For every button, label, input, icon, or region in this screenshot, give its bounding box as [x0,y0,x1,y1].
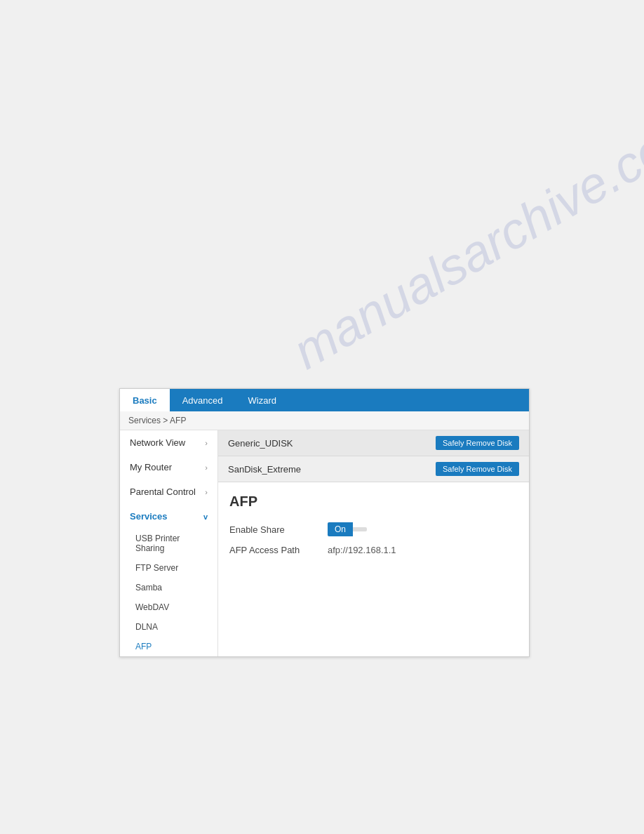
chevron-right-icon-router: › [205,463,208,472]
sidebar-item-services[interactable]: Services v [120,504,217,529]
breadcrumb-current: AFP [170,416,186,425]
sidebar-sub-dlna[interactable]: DLNA [120,617,217,637]
top-nav: Basic Advanced Wizard [120,389,529,411]
main-content: Generic_UDISK Safely Remove Disk SanDisk… [218,430,529,656]
afp-access-path-row: AFP Access Path afp://192.168.1.1 [229,545,518,555]
afp-section: AFP Enable Share On AFP Access Path afp:… [218,482,529,578]
nav-basic[interactable]: Basic [120,389,170,411]
sidebar-item-my-router[interactable]: My Router › [120,455,217,479]
nav-wizard[interactable]: Wizard [236,389,289,411]
chevron-down-icon-services: v [203,512,208,521]
toggle-on[interactable]: On [328,522,353,536]
sidebar: Network View › My Router › Parental Cont… [120,430,218,656]
enable-share-label: Enable Share [229,524,328,535]
sidebar-label-parental-control: Parental Control [130,486,196,497]
sidebar-item-network-view[interactable]: Network View › [120,430,217,455]
sidebar-sub-menu: USB Printer Sharing FTP Server Samba Web… [120,529,217,656]
chevron-right-icon-parental: › [205,488,208,496]
disk-name-sandisk: SanDisk_Extreme [228,464,301,475]
sidebar-sub-usb-printer[interactable]: USB Printer Sharing [120,529,217,558]
sidebar-sub-afp[interactable]: AFP [120,637,217,656]
sidebar-item-parental-control[interactable]: Parental Control › [120,479,217,504]
disk-row-sandisk: SanDisk_Extreme Safely Remove Disk [218,456,529,482]
breadcrumb-parent[interactable]: Services [128,416,161,425]
safely-remove-generic-button[interactable]: Safely Remove Disk [436,436,519,450]
body-layout: Network View › My Router › Parental Cont… [120,430,529,656]
enable-share-toggle[interactable]: On [328,522,367,536]
breadcrumb-separator: > [163,416,170,425]
sidebar-sub-webdav[interactable]: WebDAV [120,597,217,617]
chevron-right-icon: › [205,439,208,447]
sidebar-sub-ftp-server[interactable]: FTP Server [120,558,217,578]
afp-enable-row: Enable Share On [229,522,518,536]
watermark: manualsarchive.com [283,98,644,380]
toggle-off[interactable] [353,527,367,531]
breadcrumb: Services > AFP [120,411,529,430]
afp-title: AFP [229,494,518,510]
afp-access-path-value: afp://192.168.1.1 [328,545,396,555]
afp-access-path-label: AFP Access Path [229,545,328,555]
nav-advanced[interactable]: Advanced [170,389,236,411]
sidebar-label-network-view: Network View [130,437,185,448]
disk-name-generic: Generic_UDISK [228,438,293,449]
safely-remove-sandisk-button[interactable]: Safely Remove Disk [436,462,519,476]
sidebar-label-my-router: My Router [130,462,172,472]
ui-container: Basic Advanced Wizard Services > AFP Net… [119,388,530,657]
sidebar-label-services: Services [130,511,168,522]
sidebar-sub-samba[interactable]: Samba [120,578,217,597]
disk-row-generic: Generic_UDISK Safely Remove Disk [218,430,529,456]
